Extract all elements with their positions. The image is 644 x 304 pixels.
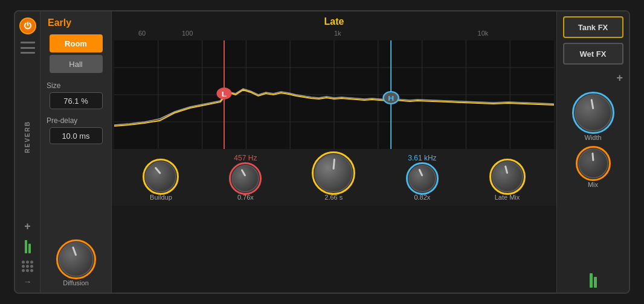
- late-mix-group: Late Mix: [492, 161, 523, 201]
- vu-meter: [25, 240, 31, 253]
- freq-60: 60: [138, 30, 146, 37]
- mix-knob[interactable]: [578, 148, 608, 179]
- buildup-group: Buildup: [145, 161, 176, 201]
- folder-icon[interactable]: [21, 42, 35, 54]
- mix-group: Mix: [578, 148, 608, 188]
- left-sidebar: REVERB + →: [15, 11, 40, 293]
- late-title: Late: [112, 11, 556, 30]
- main-display: Late 60 100 1k 10k: [112, 11, 556, 293]
- eq-svg: L H: [114, 40, 554, 149]
- wet-fx-button[interactable]: Wet FX: [563, 43, 623, 65]
- right-vu-bar-2: [594, 277, 597, 288]
- predelay-value[interactable]: 10.0 ms: [50, 127, 103, 144]
- grid-icon[interactable]: [22, 261, 33, 272]
- freq-ruler: 60 100 1k 10k: [117, 30, 552, 40]
- right-panel: Tank FX Wet FX + Width Mix: [556, 11, 629, 293]
- width-knob[interactable]: [575, 94, 612, 131]
- right-vu: [590, 273, 597, 288]
- diffusion-knob[interactable]: [59, 242, 94, 277]
- early-panel: Early Room Hall Size 76.1 % Pre-delay 10…: [40, 11, 112, 293]
- plugin-container: REVERB + → Early Room Hall Size 76.1 % P…: [14, 10, 630, 294]
- high-freq-label: 3.61 kHz: [408, 154, 436, 162]
- predelay-label: Pre-delay: [45, 116, 77, 125]
- buildup-knob[interactable]: [145, 161, 176, 192]
- room-button[interactable]: Room: [50, 34, 103, 52]
- mix-label: Mix: [588, 181, 598, 188]
- freq-100: 100: [182, 30, 193, 37]
- early-title: Early: [45, 17, 71, 28]
- tank-fx-button[interactable]: Tank FX: [563, 16, 623, 38]
- low-freq-label: 457 Hz: [234, 154, 257, 162]
- low-eq-knob[interactable]: [231, 165, 259, 192]
- arrow-icon[interactable]: →: [24, 277, 32, 287]
- late-mix-knob[interactable]: [492, 161, 523, 192]
- decay-knob[interactable]: [314, 154, 353, 192]
- low-eq-group: 457 Hz 0.76x: [231, 154, 259, 201]
- freq-10k: 10k: [478, 30, 489, 37]
- size-label: Size: [45, 81, 60, 90]
- svg-text:H: H: [388, 95, 394, 102]
- diffusion-label: Diffusion: [63, 279, 89, 287]
- left-plus-icon[interactable]: +: [24, 220, 31, 233]
- hall-button[interactable]: Hall: [50, 55, 103, 73]
- high-eq-knob[interactable]: [408, 165, 436, 192]
- vu-bar-2: [28, 244, 31, 253]
- sidebar-bottom: →: [22, 240, 33, 287]
- right-plus-icon[interactable]: +: [616, 72, 623, 84]
- bottom-controls: Buildup 457 Hz 0.76x: [112, 149, 556, 206]
- decay-group: 2.66 s: [314, 154, 353, 201]
- width-group: Width: [575, 94, 612, 141]
- size-value[interactable]: 76.1 %: [50, 92, 103, 109]
- reverb-label: REVERB: [24, 121, 31, 153]
- diffusion-area: Diffusion: [59, 242, 94, 287]
- svg-text:L: L: [222, 90, 227, 98]
- width-label: Width: [584, 134, 601, 141]
- power-button[interactable]: [19, 17, 36, 34]
- right-vu-bar-1: [590, 273, 593, 288]
- eq-display[interactable]: L H: [114, 40, 554, 149]
- high-eq-group: 3.61 kHz 0.82x: [408, 154, 436, 201]
- freq-1k: 1k: [334, 30, 341, 37]
- vu-bar-1: [25, 240, 27, 253]
